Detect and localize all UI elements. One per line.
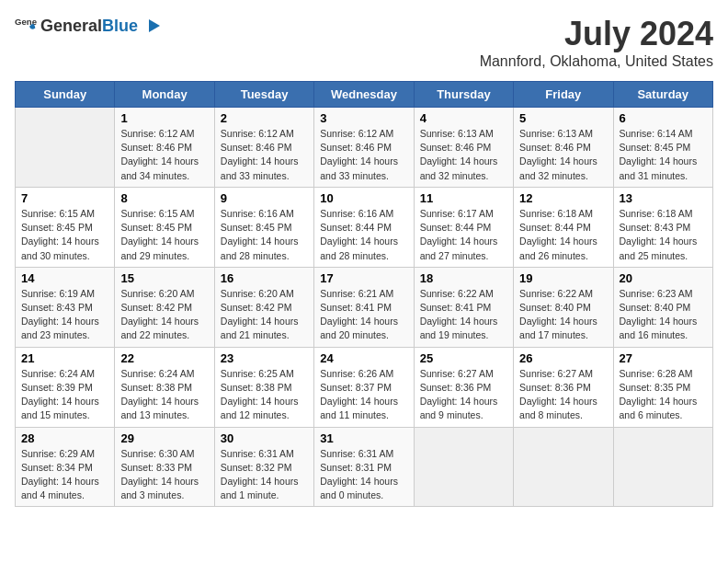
day-number: 18 [420, 271, 507, 285]
calendar-cell: 21Sunrise: 6:24 AM Sunset: 8:39 PM Dayli… [16, 347, 115, 427]
calendar-cell: 22Sunrise: 6:24 AM Sunset: 8:38 PM Dayli… [115, 347, 214, 427]
calendar-cell: 4Sunrise: 6:13 AM Sunset: 8:46 PM Daylig… [414, 108, 513, 188]
day-number: 28 [21, 431, 108, 445]
day-number: 4 [420, 111, 507, 125]
calendar-cell: 27Sunrise: 6:28 AM Sunset: 8:35 PM Dayli… [613, 347, 712, 427]
subtitle: Mannford, Oklahoma, United States [480, 53, 713, 70]
header: General GeneralBlue July 2024 Mannford, … [15, 15, 713, 70]
day-number: 25 [420, 351, 507, 365]
day-number: 5 [519, 111, 607, 125]
day-info: Sunrise: 6:26 AM Sunset: 8:37 PM Dayligh… [320, 367, 407, 423]
header-monday: Monday [115, 82, 214, 108]
day-info: Sunrise: 6:12 AM Sunset: 8:46 PM Dayligh… [120, 127, 208, 183]
day-info: Sunrise: 6:23 AM Sunset: 8:40 PM Dayligh… [620, 287, 707, 343]
day-number: 15 [120, 271, 208, 285]
day-info: Sunrise: 6:12 AM Sunset: 8:46 PM Dayligh… [221, 127, 308, 183]
day-number: 26 [519, 351, 607, 365]
day-info: Sunrise: 6:30 AM Sunset: 8:33 PM Dayligh… [120, 447, 208, 503]
calendar-cell: 1Sunrise: 6:12 AM Sunset: 8:46 PM Daylig… [115, 108, 214, 188]
logo-blue: Blue [102, 17, 138, 36]
day-info: Sunrise: 6:27 AM Sunset: 8:36 PM Dayligh… [420, 367, 507, 423]
week-row-1: 1Sunrise: 6:12 AM Sunset: 8:46 PM Daylig… [16, 108, 713, 188]
main-title: July 2024 [480, 15, 713, 53]
day-number: 23 [221, 351, 308, 365]
day-info: Sunrise: 6:16 AM Sunset: 8:45 PM Dayligh… [221, 207, 308, 263]
day-number: 16 [221, 271, 308, 285]
day-number: 7 [21, 191, 108, 205]
logo-general: General [40, 17, 102, 36]
day-number: 21 [21, 351, 108, 365]
day-info: Sunrise: 6:18 AM Sunset: 8:43 PM Dayligh… [620, 207, 707, 263]
svg-marker-1 [149, 19, 160, 32]
calendar-cell: 3Sunrise: 6:12 AM Sunset: 8:46 PM Daylig… [314, 108, 414, 188]
logo-icon: General [15, 15, 37, 37]
day-info: Sunrise: 6:24 AM Sunset: 8:38 PM Dayligh… [120, 367, 208, 423]
calendar-cell [414, 427, 513, 507]
day-info: Sunrise: 6:20 AM Sunset: 8:42 PM Dayligh… [120, 287, 208, 343]
day-info: Sunrise: 6:17 AM Sunset: 8:44 PM Dayligh… [420, 207, 507, 263]
day-info: Sunrise: 6:31 AM Sunset: 8:32 PM Dayligh… [221, 447, 308, 503]
calendar-cell: 17Sunrise: 6:21 AM Sunset: 8:41 PM Dayli… [314, 267, 414, 347]
header-friday: Friday [514, 82, 613, 108]
day-number: 17 [320, 271, 407, 285]
calendar-cell [514, 427, 613, 507]
calendar-cell [16, 108, 115, 188]
day-number: 30 [221, 431, 308, 445]
calendar-cell: 29Sunrise: 6:30 AM Sunset: 8:33 PM Dayli… [115, 427, 214, 507]
day-info: Sunrise: 6:14 AM Sunset: 8:45 PM Dayligh… [620, 127, 707, 183]
week-row-2: 7Sunrise: 6:15 AM Sunset: 8:45 PM Daylig… [16, 187, 713, 267]
calendar-table: SundayMondayTuesdayWednesdayThursdayFrid… [15, 81, 713, 507]
calendar-cell: 26Sunrise: 6:27 AM Sunset: 8:36 PM Dayli… [514, 347, 613, 427]
day-info: Sunrise: 6:31 AM Sunset: 8:31 PM Dayligh… [320, 447, 407, 503]
logo: General GeneralBlue [15, 15, 162, 37]
calendar-cell: 30Sunrise: 6:31 AM Sunset: 8:32 PM Dayli… [214, 427, 313, 507]
day-number: 6 [620, 111, 707, 125]
header-tuesday: Tuesday [214, 82, 313, 108]
day-number: 31 [320, 431, 407, 445]
header-wednesday: Wednesday [314, 82, 414, 108]
day-info: Sunrise: 6:20 AM Sunset: 8:42 PM Dayligh… [221, 287, 308, 343]
day-number: 9 [221, 191, 308, 205]
calendar-cell: 6Sunrise: 6:14 AM Sunset: 8:45 PM Daylig… [613, 108, 712, 188]
day-info: Sunrise: 6:27 AM Sunset: 8:36 PM Dayligh… [519, 367, 607, 423]
day-info: Sunrise: 6:16 AM Sunset: 8:44 PM Dayligh… [320, 207, 407, 263]
header-sunday: Sunday [16, 82, 115, 108]
day-number: 8 [120, 191, 208, 205]
day-info: Sunrise: 6:15 AM Sunset: 8:45 PM Dayligh… [120, 207, 208, 263]
day-number: 27 [620, 351, 707, 365]
calendar-cell: 9Sunrise: 6:16 AM Sunset: 8:45 PM Daylig… [214, 187, 313, 267]
week-row-4: 21Sunrise: 6:24 AM Sunset: 8:39 PM Dayli… [16, 347, 713, 427]
day-info: Sunrise: 6:22 AM Sunset: 8:40 PM Dayligh… [519, 287, 607, 343]
calendar-cell: 11Sunrise: 6:17 AM Sunset: 8:44 PM Dayli… [414, 187, 513, 267]
day-number: 13 [620, 191, 707, 205]
day-info: Sunrise: 6:21 AM Sunset: 8:41 PM Dayligh… [320, 287, 407, 343]
calendar-cell: 13Sunrise: 6:18 AM Sunset: 8:43 PM Dayli… [613, 187, 712, 267]
calendar-cell: 10Sunrise: 6:16 AM Sunset: 8:44 PM Dayli… [314, 187, 414, 267]
day-number: 3 [320, 111, 407, 125]
day-info: Sunrise: 6:12 AM Sunset: 8:46 PM Dayligh… [320, 127, 407, 183]
day-number: 24 [320, 351, 407, 365]
day-info: Sunrise: 6:13 AM Sunset: 8:46 PM Dayligh… [420, 127, 507, 183]
day-info: Sunrise: 6:24 AM Sunset: 8:39 PM Dayligh… [21, 367, 108, 423]
day-number: 20 [620, 271, 707, 285]
day-info: Sunrise: 6:19 AM Sunset: 8:43 PM Dayligh… [21, 287, 108, 343]
calendar-cell: 14Sunrise: 6:19 AM Sunset: 8:43 PM Dayli… [16, 267, 115, 347]
title-area: July 2024 Mannford, Oklahoma, United Sta… [480, 15, 713, 70]
day-number: 14 [21, 271, 108, 285]
calendar-cell: 7Sunrise: 6:15 AM Sunset: 8:45 PM Daylig… [16, 187, 115, 267]
calendar-cell: 12Sunrise: 6:18 AM Sunset: 8:44 PM Dayli… [514, 187, 613, 267]
header-saturday: Saturday [613, 82, 712, 108]
day-number: 11 [420, 191, 507, 205]
day-number: 12 [519, 191, 607, 205]
day-info: Sunrise: 6:22 AM Sunset: 8:41 PM Dayligh… [420, 287, 507, 343]
calendar-cell [613, 427, 712, 507]
day-info: Sunrise: 6:25 AM Sunset: 8:38 PM Dayligh… [221, 367, 308, 423]
day-number: 22 [120, 351, 208, 365]
week-row-5: 28Sunrise: 6:29 AM Sunset: 8:34 PM Dayli… [16, 427, 713, 507]
calendar-cell: 18Sunrise: 6:22 AM Sunset: 8:41 PM Dayli… [414, 267, 513, 347]
day-info: Sunrise: 6:29 AM Sunset: 8:34 PM Dayligh… [21, 447, 108, 503]
calendar-cell: 5Sunrise: 6:13 AM Sunset: 8:46 PM Daylig… [514, 108, 613, 188]
calendar-cell: 23Sunrise: 6:25 AM Sunset: 8:38 PM Dayli… [214, 347, 313, 427]
day-info: Sunrise: 6:15 AM Sunset: 8:45 PM Dayligh… [21, 207, 108, 263]
logo-arrow-icon [142, 16, 162, 36]
